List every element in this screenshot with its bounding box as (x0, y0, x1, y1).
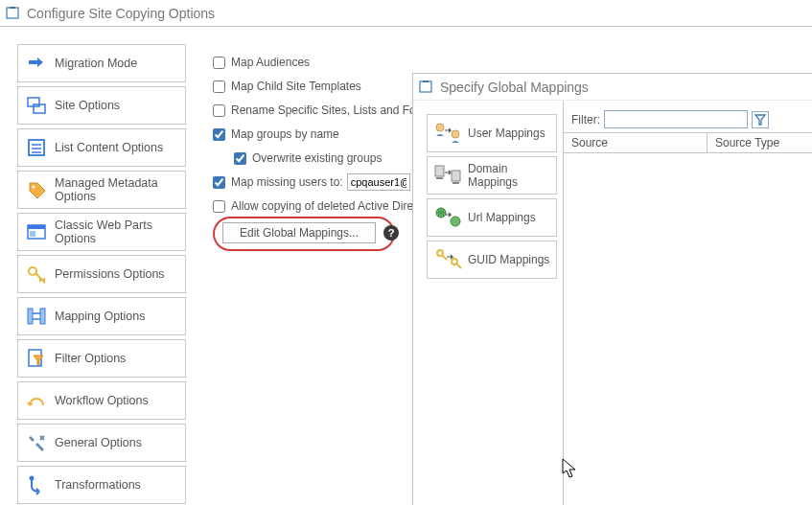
svg-rect-24 (452, 182, 459, 184)
mapping-item-user[interactable]: User Mappings (427, 114, 557, 152)
mapping-item-domain[interactable]: Domain Mappings (427, 156, 557, 195)
dialog-icon (419, 80, 434, 95)
funnel-icon (754, 113, 767, 126)
rename-sites-checkbox[interactable] (213, 104, 225, 117)
map-child-templates-label: Map Child Site Templates (231, 80, 361, 93)
sidebar-item-managed-metadata[interactable]: Managed Metadata Options (17, 171, 186, 209)
sidebar-item-webparts[interactable]: Classic Web Parts Options (17, 213, 186, 251)
overwrite-groups-checkbox[interactable] (234, 152, 246, 165)
svg-point-16 (30, 476, 35, 481)
svg-point-20 (452, 130, 459, 138)
svg-rect-13 (28, 309, 33, 324)
webparts-icon (26, 221, 47, 242)
global-mappings-dialog: Specify Global Mappings User Mappings Do… (412, 73, 812, 505)
tools-icon (26, 432, 47, 453)
sidebar-item-label: List Content Options (55, 141, 163, 154)
svg-point-19 (436, 124, 444, 131)
sidebar-item-filter[interactable]: Filter Options (17, 339, 186, 378)
tags-icon (26, 179, 47, 200)
mapping-item-url[interactable]: Url Mappings (427, 198, 557, 237)
mapping-item-label: Domain Mappings (468, 162, 550, 189)
svg-point-8 (33, 186, 35, 189)
sidebar-item-label: Workflow Options (55, 394, 149, 407)
sidebar-item-label: General Options (55, 436, 142, 449)
sidebar-item-general[interactable]: General Options (17, 424, 186, 462)
sidebar-item-list-content[interactable]: List Content Options (17, 128, 186, 167)
dialog-title: Specify Global Mappings (440, 80, 589, 95)
mapping-item-label: User Mappings (468, 126, 545, 140)
sidebar-item-label: Migration Mode (55, 57, 137, 70)
key-icon (26, 264, 47, 285)
mapping-item-guid[interactable]: GUID Mappings (427, 241, 557, 279)
list-icon (26, 137, 47, 158)
allow-deleted-label: Allow copying of deleted Active Direc (231, 199, 419, 213)
url-mapping-icon (433, 205, 462, 230)
sidebar-item-label: Transformations (55, 478, 141, 492)
sidebar: Migration Mode Site Options List Content… (0, 27, 196, 505)
map-groups-label: Map groups by name (231, 127, 339, 141)
sidebar-item-label: Mapping Options (55, 310, 146, 323)
user-mapping-icon (433, 121, 462, 146)
svg-rect-11 (30, 231, 35, 237)
sidebar-item-mapping[interactable]: Mapping Options (17, 297, 186, 335)
domain-mapping-icon (433, 163, 462, 188)
config-icon (6, 6, 21, 21)
rename-sites-label: Rename Specific Sites, Lists and Fold (231, 103, 425, 117)
guid-mapping-icon (433, 247, 462, 272)
mapping-type-list: User Mappings Domain Mappings Url Mappin… (413, 101, 563, 505)
edit-global-mappings-button[interactable]: Edit Global Mappings... (222, 222, 376, 243)
filter-input[interactable] (604, 110, 748, 128)
svg-rect-22 (436, 177, 443, 179)
window-titlebar: Configure Site Copying Options (0, 0, 812, 27)
filter-doc-icon (26, 348, 47, 369)
workflow-icon (26, 390, 47, 411)
mapping-icon (26, 306, 47, 327)
map-missing-label: Map missing users to: (231, 175, 343, 189)
map-child-templates-checkbox[interactable] (213, 80, 225, 93)
dialog-titlebar: Specify Global Mappings (413, 74, 812, 101)
sidebar-item-workflow[interactable]: Workflow Options (17, 381, 186, 420)
sidebar-item-label: Permissions Options (55, 267, 165, 281)
svg-rect-10 (28, 225, 45, 229)
mapping-grid-panel: Filter: Source Source Type (563, 101, 812, 505)
map-audiences-label: Map Audiences (231, 56, 310, 69)
sidebar-item-label: Filter Options (55, 352, 126, 365)
map-groups-checkbox[interactable] (213, 128, 225, 141)
transform-icon (26, 474, 47, 495)
svg-rect-14 (40, 309, 45, 324)
mapping-item-label: GUID Mappings (468, 253, 549, 266)
map-missing-checkbox[interactable] (213, 176, 225, 189)
sidebar-item-transformations[interactable]: Transformations (17, 466, 186, 504)
window-title: Configure Site Copying Options (27, 6, 215, 21)
svg-rect-0 (7, 8, 18, 18)
filter-button[interactable] (752, 111, 769, 128)
svg-rect-17 (420, 81, 431, 92)
svg-rect-21 (435, 166, 444, 176)
overwrite-groups-label: Overwrite existing groups (252, 151, 382, 165)
options-panel: Map Audiences Map Child Site Templates R… (196, 27, 441, 505)
sidebar-item-permissions[interactable]: Permissions Options (17, 255, 186, 293)
sidebar-item-label: Classic Web Parts Options (55, 218, 177, 245)
col-source-type[interactable]: Source Type (708, 133, 812, 152)
allow-deleted-checkbox[interactable] (213, 200, 225, 213)
svg-rect-23 (452, 171, 460, 181)
svg-rect-18 (423, 80, 429, 82)
sidebar-item-label: Site Options (55, 99, 120, 112)
map-missing-user-input[interactable] (347, 173, 410, 191)
mapping-item-label: Url Mappings (468, 211, 536, 224)
arrows-icon (26, 53, 47, 74)
map-audiences-checkbox[interactable] (213, 57, 225, 69)
svg-point-26 (451, 217, 460, 226)
help-icon[interactable]: ? (383, 225, 399, 241)
col-source[interactable]: Source (564, 133, 708, 152)
sites-icon (26, 95, 47, 116)
sidebar-item-site-options[interactable]: Site Options (17, 86, 186, 125)
sidebar-item-label: Managed Metadata Options (55, 176, 177, 203)
filter-label: Filter: (571, 113, 600, 126)
sidebar-item-migration-mode[interactable]: Migration Mode (17, 44, 186, 82)
svg-rect-1 (10, 7, 15, 9)
grid-header: Source Source Type (564, 132, 812, 153)
